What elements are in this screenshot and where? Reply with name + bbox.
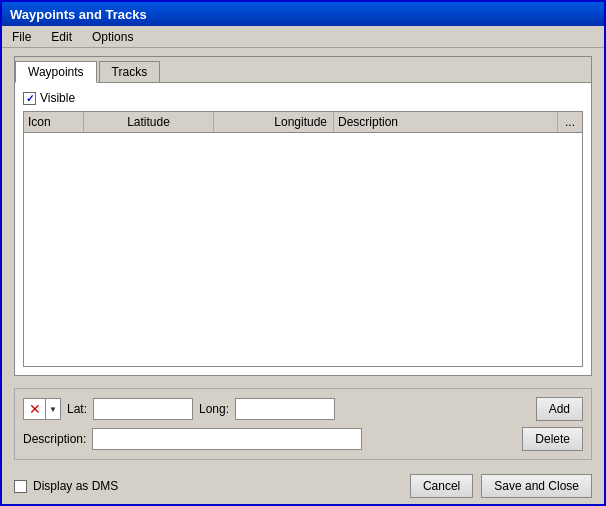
visible-row: Visible [23,91,583,105]
desc-input[interactable] [92,428,362,450]
col-header-more: ... [558,112,582,132]
main-window: Waypoints and Tracks File Edit Options W… [0,0,606,506]
table-header: Icon Latitude Longitude Description ... [24,112,582,133]
add-button[interactable]: Add [536,397,583,421]
menu-file[interactable]: File [6,28,37,46]
lat-input[interactable] [93,398,193,420]
icon-box: ✕ [24,399,46,419]
cancel-button[interactable]: Cancel [410,474,473,498]
menu-bar: File Edit Options [2,26,604,48]
waypoint-form: ✕ ▼ Lat: Long: Add Description: Delete [14,388,592,460]
tab-content-waypoints: Visible Icon Latitude Longitude Descript… [15,83,591,375]
tab-bar: Waypoints Tracks [15,57,591,83]
menu-options[interactable]: Options [86,28,139,46]
save-close-button[interactable]: Save and Close [481,474,592,498]
tab-container: Waypoints Tracks Visible Icon Latitude L… [14,56,592,376]
tab-tracks[interactable]: Tracks [99,61,161,83]
menu-edit[interactable]: Edit [45,28,78,46]
tab-waypoints[interactable]: Waypoints [15,61,97,83]
desc-label: Description: [23,432,86,446]
waypoints-table: Icon Latitude Longitude Description ... [23,111,583,367]
content-area: Waypoints Tracks Visible Icon Latitude L… [2,48,604,468]
long-input[interactable] [235,398,335,420]
action-buttons: Add [536,397,583,421]
table-body[interactable] [24,133,582,366]
icon-selector[interactable]: ✕ ▼ [23,398,61,420]
bottom-buttons: Cancel Save and Close [410,474,592,498]
col-header-icon: Icon [24,112,84,132]
long-label: Long: [199,402,229,416]
window-title: Waypoints and Tracks [10,7,147,22]
bottom-bar: Display as DMS Cancel Save and Close [2,468,604,504]
visible-label: Visible [40,91,75,105]
dms-row: Display as DMS [14,479,118,493]
desc-row: Description: Delete [23,427,583,451]
col-header-latitude: Latitude [84,112,214,132]
col-header-longitude: Longitude [214,112,334,132]
delete-button[interactable]: Delete [522,427,583,451]
dms-label: Display as DMS [33,479,118,493]
title-bar: Waypoints and Tracks [2,2,604,26]
icon-dropdown-arrow[interactable]: ▼ [46,399,60,419]
delete-button-container: Delete [522,427,583,451]
col-header-description: Description [334,112,558,132]
visible-checkbox[interactable] [23,92,36,105]
lat-label: Lat: [67,402,87,416]
dms-checkbox[interactable] [14,480,27,493]
lat-long-row: ✕ ▼ Lat: Long: Add [23,397,583,421]
